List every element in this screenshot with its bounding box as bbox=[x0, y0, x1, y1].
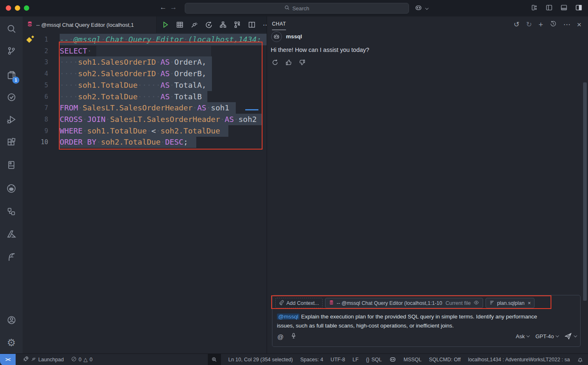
disconnect-icon[interactable] bbox=[189, 19, 200, 30]
maximize-window-button[interactable] bbox=[24, 5, 29, 11]
model-label: GPT-4o bbox=[535, 333, 554, 339]
send-button[interactable] bbox=[565, 332, 576, 340]
eye-icon[interactable] bbox=[473, 300, 479, 307]
code-text: ····soh1.SalesOrderID·AS·OrderA, bbox=[60, 56, 206, 68]
code-line: 1--·@mssql·Chat·Query·Editor·(localhost,… bbox=[23, 34, 267, 45]
source-control-icon[interactable] bbox=[0, 42, 23, 60]
context-chip-editor[interactable]: -- @mssql Chat Query Editor (localhost,1… bbox=[325, 298, 483, 308]
tab-chat[interactable]: CHAT bbox=[272, 21, 286, 30]
sqlcmd-item[interactable]: SQLCMD: Off bbox=[429, 357, 461, 363]
code-line: 6····soh2.TotalDue·····AS·TotalB bbox=[23, 91, 267, 103]
add-context-label: Add Context... bbox=[286, 300, 319, 306]
toggle-primary-sidebar-icon[interactable] bbox=[546, 4, 553, 13]
indentation-item[interactable]: Spaces: 4 bbox=[300, 357, 323, 363]
containers-icon[interactable] bbox=[0, 202, 23, 220]
database-icon bbox=[27, 21, 33, 29]
notebook-icon[interactable] bbox=[0, 156, 23, 174]
zoom-indicator[interactable] bbox=[208, 354, 221, 365]
cursor-position-item[interactable]: Ln 10, Col 29 (354 selected) bbox=[228, 357, 293, 363]
connection-item[interactable]: localhost,1434 : AdventureWorksLT2022 : … bbox=[468, 357, 570, 363]
code-text: FROM·SalesLT.SalesOrderHeader·AS·soh1 bbox=[60, 102, 229, 114]
close-icon[interactable]: × bbox=[577, 21, 581, 28]
database-icon bbox=[329, 300, 334, 307]
problems-item[interactable]: 0 △ 0 bbox=[71, 356, 93, 363]
launchpad-item[interactable]: Launchpad bbox=[23, 356, 64, 363]
chat-input-container[interactable]: Add Context... -- @mssql Chat Query Edit… bbox=[272, 295, 581, 347]
back-arrow-button[interactable]: ← bbox=[160, 3, 167, 12]
sqlplan-file-icon bbox=[489, 300, 495, 307]
chat-history-icon[interactable] bbox=[550, 20, 557, 29]
warnings-icon: △ bbox=[84, 356, 88, 363]
model-dropdown[interactable]: GPT-4o bbox=[535, 333, 558, 339]
change-connection-icon[interactable] bbox=[203, 19, 214, 30]
mode-dropdown[interactable]: Ask bbox=[516, 333, 529, 339]
minimize-window-button[interactable] bbox=[15, 5, 20, 11]
toggle-secondary-sidebar-icon[interactable] bbox=[575, 4, 582, 13]
eol-item[interactable]: LF bbox=[353, 357, 359, 363]
search-icon[interactable] bbox=[0, 20, 23, 38]
account-icon[interactable] bbox=[0, 311, 23, 329]
explorer-badge: 1 bbox=[12, 77, 19, 84]
estimated-plan-icon[interactable] bbox=[218, 19, 228, 30]
redo-icon[interactable]: ↻ bbox=[526, 21, 532, 28]
command-search-input[interactable]: Search bbox=[185, 3, 409, 14]
thumbs-down-icon[interactable] bbox=[299, 59, 306, 68]
undo-icon[interactable]: ↺ bbox=[514, 21, 519, 28]
chat-scrollbar[interactable] bbox=[583, 82, 587, 301]
copilot-menu-button[interactable] bbox=[415, 4, 428, 13]
testing-icon[interactable] bbox=[0, 88, 23, 106]
regenerate-icon[interactable] bbox=[272, 59, 279, 68]
code-line: 10ORDER·BY·soh2.TotalDue·DESC; bbox=[23, 136, 267, 148]
results-grid-icon[interactable] bbox=[174, 19, 185, 30]
chat-prompt-text[interactable]: @mssql Explain the execution plan for th… bbox=[277, 312, 548, 330]
braces-icon: {} bbox=[366, 357, 369, 363]
explorer-copy-icon[interactable]: 1 bbox=[0, 66, 23, 84]
code-text: CROSS·JOIN·SalesLT.SalesOrderHeader·AS·s… bbox=[60, 114, 257, 125]
remote-indicator[interactable]: >< bbox=[0, 354, 16, 365]
fabric-icon[interactable] bbox=[0, 248, 23, 266]
split-editor-icon[interactable] bbox=[246, 19, 257, 30]
paperclip-icon bbox=[279, 300, 284, 307]
customize-layout-icon[interactable] bbox=[531, 4, 538, 13]
editor-tab[interactable]: -- @mssql Chat Query Editor (localhost,1 bbox=[23, 16, 157, 33]
context-chip-label: -- @mssql Chat Query Editor (localhost,1… bbox=[337, 300, 442, 306]
thumbs-up-icon[interactable] bbox=[285, 59, 292, 68]
title-bar: ← → Search bbox=[0, 0, 588, 16]
toggle-panel-icon[interactable] bbox=[560, 4, 567, 13]
warnings-count: 0 bbox=[90, 357, 93, 363]
more-actions-icon[interactable]: ⋯ bbox=[563, 21, 570, 28]
line-number: 3 bbox=[23, 56, 48, 68]
add-context-button[interactable]: Add Context... bbox=[275, 298, 323, 308]
settings-gear-icon[interactable]: ⚙ bbox=[0, 334, 23, 352]
extensions-icon[interactable] bbox=[0, 133, 23, 151]
github-icon[interactable] bbox=[0, 179, 23, 197]
line-number: 10 bbox=[23, 136, 48, 148]
language-item[interactable]: {}SQL bbox=[366, 357, 381, 363]
mssql-item[interactable]: MSSQL bbox=[404, 357, 422, 363]
line-number: 4 bbox=[23, 68, 48, 80]
microphone-icon[interactable] bbox=[291, 332, 296, 341]
code-line: 3····soh1.SalesOrderID·AS·OrderA, bbox=[23, 56, 267, 68]
plan-chip-label: plan.sqlplan bbox=[497, 300, 525, 306]
copilot-status-icon[interactable] bbox=[389, 356, 396, 363]
new-chat-icon[interactable]: + bbox=[539, 21, 543, 28]
chat-message-text: Hi there! How can I assist you today? bbox=[271, 47, 369, 53]
mssql-mention-token: @mssql bbox=[277, 314, 300, 320]
run-debug-icon[interactable] bbox=[0, 110, 23, 129]
azure-icon[interactable] bbox=[0, 225, 23, 243]
run-query-button[interactable] bbox=[160, 19, 171, 30]
context-chip-plan-file[interactable]: plan.sqlplan × bbox=[486, 298, 535, 308]
notifications-bell-icon[interactable] bbox=[577, 357, 583, 363]
editor-cursor bbox=[245, 109, 258, 110]
close-window-button[interactable] bbox=[6, 5, 11, 11]
errors-count: 0 bbox=[79, 357, 81, 363]
code-text: ····soh1.TotalDue·····AS·TotalA, bbox=[60, 80, 206, 91]
enable-actual-plan-icon[interactable] bbox=[232, 19, 243, 30]
forward-arrow-button[interactable]: → bbox=[170, 3, 177, 12]
encoding-item[interactable]: UTF-8 bbox=[330, 357, 345, 363]
code-text: ····soh2.SalesOrderID·AS·OrderB, bbox=[60, 68, 206, 80]
chat-panel-header: CHAT ↺ ↻ + ⋯ × bbox=[267, 16, 588, 33]
code-editor[interactable]: 1--·@mssql·Chat·Query·Editor·(localhost,… bbox=[23, 33, 267, 353]
close-icon[interactable]: × bbox=[528, 300, 531, 306]
mention-button[interactable]: @ bbox=[277, 333, 284, 340]
